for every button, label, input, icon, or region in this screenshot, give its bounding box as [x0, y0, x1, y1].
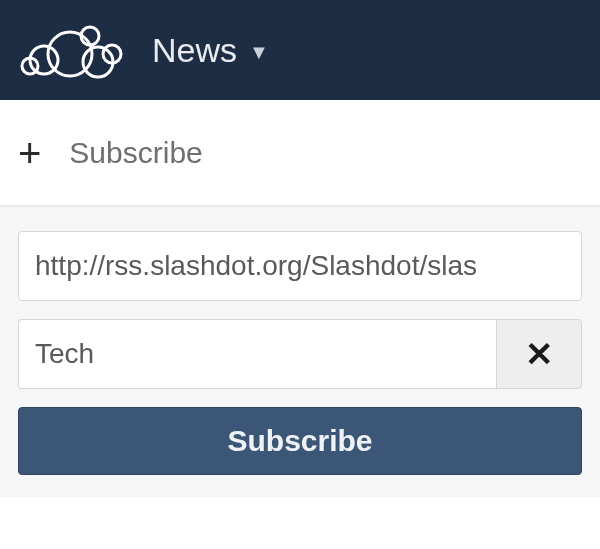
close-icon: ✕	[525, 337, 553, 371]
app-title: News	[152, 31, 237, 70]
chevron-down-icon: ▼	[249, 41, 269, 64]
subscribe-toggle-row[interactable]: + Subscribe	[0, 100, 600, 206]
subscribe-button[interactable]: Subscribe	[18, 407, 582, 475]
plus-icon: +	[18, 133, 41, 173]
clear-folder-button[interactable]: ✕	[496, 319, 582, 389]
subscribe-row-label: Subscribe	[69, 136, 202, 170]
topbar: News ▼	[0, 0, 600, 100]
folder-row: ✕	[18, 319, 582, 389]
app-switcher[interactable]: News ▼	[152, 31, 269, 70]
owncloud-logo[interactable]	[12, 12, 132, 88]
folder-input[interactable]	[18, 319, 496, 389]
feed-url-input[interactable]	[18, 231, 582, 301]
subscribe-form: ✕ Subscribe	[0, 206, 600, 497]
content-area	[0, 497, 600, 549]
